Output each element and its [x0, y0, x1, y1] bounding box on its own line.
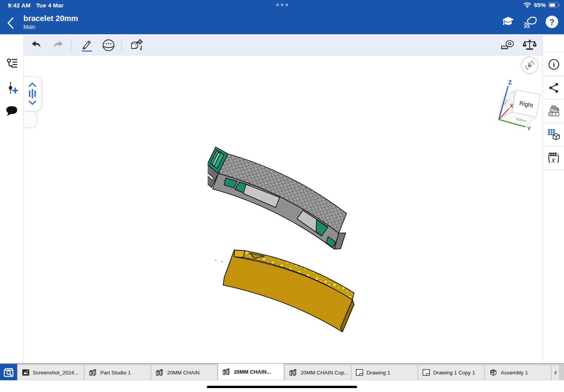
configurations-button[interactable] [543, 123, 564, 146]
comments-button[interactable] [0, 102, 23, 120]
part-studio-icon [155, 369, 164, 376]
tab-manager-button[interactable] [0, 364, 17, 381]
transform-button[interactable] [127, 37, 147, 54]
sketch-dot [222, 261, 222, 262]
tab-screenshot[interactable]: Screenshot_2024... [18, 365, 84, 380]
status-right: 65% [523, 2, 559, 8]
bracelet-model[interactable] [208, 138, 391, 341]
status-left: 9:42 AMTue 4 Mar [8, 2, 64, 9]
tab-drawing-1[interactable]: Drawing 1 [352, 365, 417, 380]
workspace-name: Main [23, 24, 78, 30]
chevron-down-icon [28, 100, 36, 105]
share-button[interactable] [543, 76, 564, 100]
right-rail-spacer [543, 34, 564, 53]
drawing-icon [356, 369, 363, 376]
part-studio-icon [89, 369, 97, 376]
title-block: bracelet 20mm Main [23, 14, 78, 30]
sphere-tool-button[interactable] [99, 37, 118, 54]
assembly-icon [489, 369, 498, 376]
measure-button[interactable] [498, 37, 518, 54]
svg-text:x: x [551, 156, 555, 164]
right-sidebar: i [543, 34, 564, 363]
secondary-drawer-handle[interactable] [24, 111, 37, 128]
tab-20mm-chain-copy[interactable]: 20MM CHAIN Cop... [285, 365, 350, 380]
multitask-dots-icon [276, 4, 288, 6]
document-tab-bar: Screenshot_2024... Part Studio 1 [0, 363, 564, 380]
toolbar [24, 35, 543, 55]
drawing-icon [422, 369, 430, 376]
mass-properties-button[interactable] [520, 37, 539, 54]
sketch-dot [229, 183, 230, 184]
toolbar-divider [121, 39, 122, 51]
header: bracelet 20mm Main [0, 12, 564, 34]
info-button[interactable]: i [543, 53, 564, 76]
feature-drawer-handle[interactable] [24, 76, 41, 111]
tab-assembly-1[interactable]: Assembly 1 [485, 365, 551, 380]
clock: 9:42 AM [8, 2, 30, 9]
tab-label: Drawing 1 Copy 1 [433, 370, 475, 376]
tab-20mm-chain[interactable]: 20MM CHAIN [151, 365, 217, 380]
back-button[interactable] [5, 16, 17, 30]
chevron-up-icon [28, 82, 36, 87]
svg-text:i: i [553, 61, 555, 68]
sketch-dot [224, 180, 224, 181]
sketch-button[interactable] [77, 37, 96, 54]
tab-label: Screenshot_2024... [33, 370, 78, 376]
app-root: 9:42 AMTue 4 Mar 65% brac [0, 0, 564, 392]
undo-button[interactable] [27, 37, 46, 54]
x-axis-label: X [510, 103, 514, 109]
tab-label: Drawing 1 [367, 370, 390, 376]
tab-partial[interactable] [552, 365, 559, 380]
feature-list-button[interactable] [0, 55, 23, 73]
tab-drawing-1-copy-1[interactable]: Drawing 1 Copy 1 [418, 365, 484, 380]
tab-label: 20MM CHAIN [167, 370, 199, 376]
battery-icon [548, 2, 559, 7]
variables-button[interactable]: x [543, 146, 564, 170]
sketch-dot [215, 260, 216, 261]
add-feature-button[interactable] [0, 79, 23, 97]
model-canvas[interactable]: Right Bottom Back Z X Y [24, 55, 543, 363]
z-axis-label: Z [508, 79, 512, 86]
tab-part-studio-1[interactable]: Part Studio 1 [85, 365, 150, 380]
left-sidebar [0, 34, 24, 363]
document-title: bracelet 20mm [23, 14, 78, 23]
view-cube[interactable]: Right Bottom Back Z X Y [492, 79, 543, 134]
rotation-lock-button[interactable] [521, 57, 538, 74]
date: Tue 4 Mar [36, 2, 64, 9]
image-tab-icon [22, 369, 30, 376]
y-axis-label: Y [527, 125, 531, 132]
status-bar: 9:42 AMTue 4 Mar 65% [0, 0, 564, 12]
home-area [0, 380, 564, 392]
tab-label: Part Studio 1 [100, 370, 131, 376]
part-studio-icon [222, 368, 231, 376]
tab-label: Assembly 1 [501, 370, 528, 376]
wifi-icon [523, 2, 531, 8]
part-studio-icon [289, 369, 297, 376]
help-button[interactable]: ? [545, 15, 559, 29]
bars-icon [28, 89, 37, 99]
tab-label: 20MM CHAIN Cop... [301, 370, 349, 376]
part-studio-icon [554, 369, 559, 376]
follow-mode-button[interactable] [523, 15, 537, 29]
tab-label: 20MM CHAIN... [234, 369, 271, 375]
home-indicator[interactable] [207, 386, 357, 388]
learning-center-button[interactable] [502, 15, 515, 29]
toolbar-divider [71, 39, 71, 51]
redo-button[interactable] [48, 37, 68, 54]
appearance-button[interactable] [543, 100, 564, 123]
battery-percent: 65% [534, 2, 546, 8]
tab-20mm-chain-active[interactable]: 20MM CHAIN... [218, 363, 284, 380]
svg-text:?: ? [549, 17, 554, 27]
